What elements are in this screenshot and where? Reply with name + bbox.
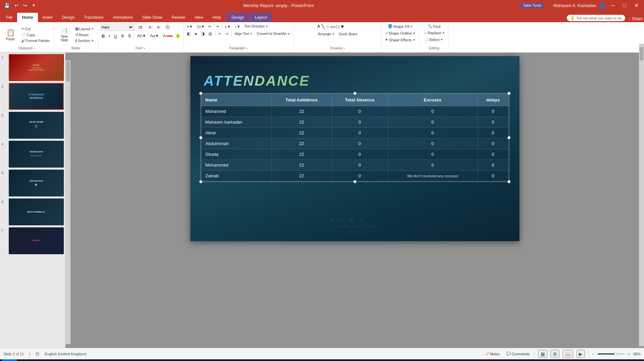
zoom-bar[interactable]: [598, 353, 625, 355]
tab-transitions[interactable]: Transitions: [79, 13, 108, 22]
cut-button[interactable]: ✂ Cut: [19, 26, 52, 32]
text-direction-button[interactable]: Text Direction ▼: [243, 24, 270, 29]
reset-button[interactable]: ↺ Reset: [74, 32, 96, 38]
tab-table-layout[interactable]: Layout: [250, 13, 272, 22]
redo-icon[interactable]: ↪: [22, 2, 29, 9]
shapes-more-icon[interactable]: ▼: [340, 24, 345, 29]
find-button[interactable]: 🔍 Find: [426, 24, 442, 29]
replace-button[interactable]: ↔ Replace ▼: [422, 30, 447, 36]
tab-file[interactable]: File: [1, 13, 17, 22]
normal-view-button[interactable]: ▦: [538, 350, 547, 358]
comments-button[interactable]: 💬 Comments: [505, 351, 531, 357]
minimize-button[interactable]: ─: [608, 2, 617, 9]
line-icon[interactable]: ╲: [322, 24, 324, 29]
zoom-handle[interactable]: [614, 352, 617, 355]
arrow-icon[interactable]: →: [325, 24, 330, 29]
slide-thumb-3[interactable]: 3 SALES TEAMS 👤: [1, 112, 64, 139]
bullets-button[interactable]: ≡▼: [185, 24, 194, 29]
slide-preview-6[interactable]: WHAT HAPPENED IN...: [9, 198, 64, 225]
arrange-button[interactable]: Arrange ▼: [316, 31, 336, 37]
shape-fill-button[interactable]: 🪣 Shape Fill ▼: [386, 24, 415, 29]
rect-icon[interactable]: ▭: [330, 24, 335, 29]
undo-icon[interactable]: ↩: [13, 2, 20, 9]
slide-preview-4[interactable]: VISITORS STATS 0 0 0 0 0: [9, 141, 64, 168]
selection-handle-mr[interactable]: [507, 136, 511, 139]
align-text-button[interactable]: Align Text ▼: [233, 31, 255, 36]
align-right-button[interactable]: ◨: [199, 31, 206, 37]
decrease-font-button[interactable]: A⁻: [155, 25, 163, 30]
decrease-indent-button[interactable]: ⇤: [207, 24, 213, 29]
strikethrough-button[interactable]: S: [120, 33, 126, 39]
bold-button[interactable]: B: [100, 33, 106, 39]
oval-icon[interactable]: ⬭: [335, 24, 339, 30]
drawing-expand-icon[interactable]: ↘: [343, 47, 345, 50]
slideshow-button[interactable]: ▶: [577, 350, 585, 358]
tell-me-text[interactable]: Tell me what you want to do: [576, 16, 622, 20]
selection-handle-tr[interactable]: [507, 92, 511, 95]
new-slide-button[interactable]: 📑 New Slide: [56, 27, 73, 43]
font-family-select[interactable]: Harir: [100, 24, 134, 31]
slide-thumb-6[interactable]: 6 WHAT HAPPENED IN...: [1, 198, 64, 225]
shadow-button[interactable]: S: [126, 33, 132, 39]
tab-animations[interactable]: Animations: [108, 13, 137, 22]
zoom-out-icon[interactable]: −: [592, 352, 594, 356]
start-button[interactable]: ⊞: [2, 359, 17, 361]
slide-preview-3[interactable]: SALES TEAMS 👤: [9, 112, 64, 139]
underline-button[interactable]: U: [112, 33, 119, 39]
shape-outline-button[interactable]: ▱ Shape Outline ▼: [383, 30, 417, 36]
tab-help[interactable]: Help: [208, 13, 226, 22]
align-center-button[interactable]: ◈: [193, 31, 199, 37]
main-editing-area[interactable]: ATTENDANCE Name Total Aattdence: [65, 53, 644, 348]
text-box-icon[interactable]: Ａ: [316, 24, 321, 30]
char-spacing-button[interactable]: AV▼: [135, 33, 148, 39]
numbering-button[interactable]: 1≡▼: [195, 24, 206, 29]
zoom-in-icon[interactable]: +: [628, 352, 630, 356]
slide-thumb-1[interactable]: 1 TKAEC -2023 Report RIYADH SALES CENTER: [1, 54, 64, 81]
slide-sorter-button[interactable]: ⊞: [551, 350, 559, 358]
tab-review[interactable]: Review: [167, 13, 190, 22]
slide-preview-7[interactable]: ISSUES: [9, 227, 64, 254]
tell-me-box[interactable]: 💡 Tell me what you want to do: [567, 15, 625, 21]
slide-thumb-2[interactable]: 2 ATTENDANCE Name | Att | Abs | Exc: [1, 83, 64, 110]
paste-button[interactable]: 📋 Paste: [2, 28, 19, 42]
reading-view-button[interactable]: 📖: [563, 350, 573, 358]
selection-handle-ml[interactable]: [199, 136, 202, 139]
selection-handle-tl[interactable]: [199, 92, 202, 95]
justify-button[interactable]: ▤: [207, 31, 214, 37]
clipboard-expand-icon[interactable]: ↘: [33, 47, 36, 50]
font-expand-icon[interactable]: ↘: [143, 47, 145, 50]
slide-thumb-4[interactable]: 4 VISITORS STATS 0 0 0 0 0: [1, 141, 64, 168]
columns-button[interactable]: ⫾▼: [223, 24, 232, 29]
right-scrollbar[interactable]: [639, 44, 644, 346]
slide-preview-2[interactable]: ATTENDANCE Name | Att | Abs | Exc: [9, 83, 64, 110]
section-button[interactable]: § Section ▼: [74, 38, 96, 43]
close-button[interactable]: ✕: [632, 2, 641, 9]
tab-table-design[interactable]: Design: [227, 13, 249, 22]
clear-format-button[interactable]: Ⓐ: [164, 24, 172, 31]
rtl-button[interactable]: ⇐: [217, 31, 223, 37]
increase-indent-button[interactable]: ⇥: [214, 24, 220, 29]
save-icon[interactable]: 💾: [3, 2, 11, 9]
tab-view[interactable]: View: [190, 13, 208, 22]
tab-design[interactable]: Design: [57, 13, 79, 22]
font-color-button[interactable]: A: [162, 33, 174, 39]
highlight-button[interactable]: A: [175, 33, 181, 39]
selection-handle-bl[interactable]: [199, 180, 202, 183]
shape-effects-button[interactable]: ✦ Shape Effects ▼: [383, 37, 417, 43]
slide-preview-5[interactable]: VISITORS STATS ▦: [9, 170, 64, 196]
select-button[interactable]: ⬚ Select ▼: [423, 37, 445, 42]
ltr-button[interactable]: ⇒: [224, 31, 230, 37]
customize-qat-icon[interactable]: ▼: [31, 3, 37, 8]
slide-thumb-5[interactable]: 5 VISITORS STATS ▦: [1, 170, 64, 196]
slide-thumb-7[interactable]: 7 ISSUES: [1, 227, 64, 254]
change-case-button[interactable]: Aa▼: [148, 33, 161, 39]
scroll-thumb-left[interactable]: [66, 61, 70, 81]
language-indicator[interactable]: English (United Kingdom): [45, 352, 87, 356]
share-btn[interactable]: ↑Share: [629, 16, 643, 21]
maximize-button[interactable]: □: [620, 2, 629, 9]
slide-preview-1[interactable]: TKAEC -2023 Report RIYADH SALES CENTER: [9, 54, 64, 81]
selection-handle-br[interactable]: [507, 180, 511, 183]
format-painter-button[interactable]: 🖌 Format Painter: [19, 38, 52, 43]
italic-button[interactable]: I: [107, 33, 112, 39]
selection-handle-bm[interactable]: [353, 180, 357, 183]
